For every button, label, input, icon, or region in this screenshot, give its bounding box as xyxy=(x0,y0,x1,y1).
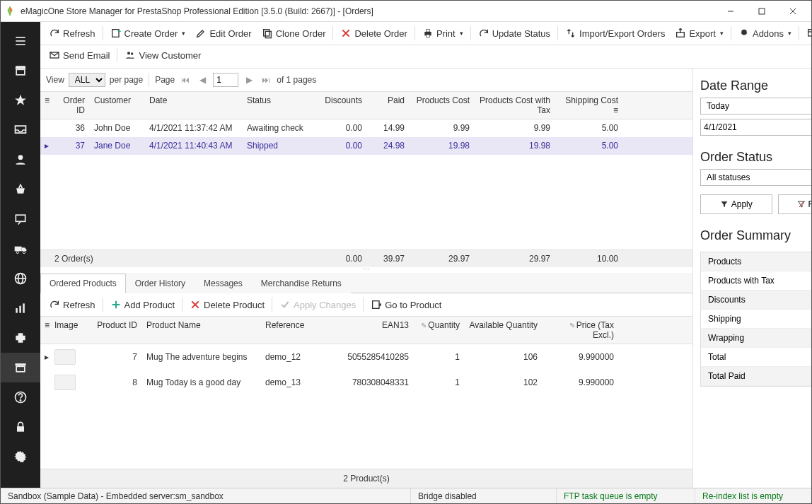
addons-button[interactable]: Addons▾ xyxy=(734,25,796,42)
close-button[interactable] xyxy=(777,1,808,21)
pcell-name: Mug Today is a good day xyxy=(142,374,261,391)
page-number-input[interactable] xyxy=(213,73,238,87)
product-row[interactable]: 8 Mug Today is a good day demo_13 780308… xyxy=(40,370,692,395)
tab-messages[interactable]: Messages xyxy=(195,274,252,293)
sidebar-truck-icon[interactable] xyxy=(1,234,40,264)
refresh-button[interactable]: Refresh xyxy=(45,25,100,42)
pcell-price[interactable]: 9.990000 xyxy=(543,348,619,365)
sidebar-chat-icon[interactable] xyxy=(1,204,40,234)
col-products-cost-tax[interactable]: Products Cost with Tax xyxy=(475,92,555,119)
col-date[interactable]: Date xyxy=(145,92,243,119)
sidebar-inbox-icon[interactable] xyxy=(1,115,40,145)
footer-products-cost: 29.97 xyxy=(410,250,475,267)
maximize-button[interactable] xyxy=(746,1,777,21)
product-row[interactable]: ▸ 7 Mug The adventure begins demo_12 505… xyxy=(40,344,692,370)
sidebar-user-icon[interactable] xyxy=(1,145,40,175)
first-page-icon[interactable]: ⏮ xyxy=(179,75,192,85)
sidebar-globe-icon[interactable] xyxy=(1,264,40,293)
print-button[interactable]: Print▾ xyxy=(418,25,468,42)
svg-rect-18 xyxy=(23,303,25,312)
apply-filter-button[interactable]: Apply xyxy=(700,194,772,214)
view-customer-button[interactable]: View Customer xyxy=(120,47,205,64)
splitter[interactable]: ⋯ xyxy=(40,267,692,273)
export-label: Export xyxy=(689,28,716,39)
add-product-button[interactable]: Add Product xyxy=(106,296,180,313)
date-from-input[interactable] xyxy=(700,119,812,136)
import-export-button[interactable]: Import/Export Orders xyxy=(561,25,669,42)
pcol-name[interactable]: Product Name xyxy=(142,317,261,344)
view-button[interactable]: View▾ xyxy=(802,25,812,42)
clone-order-button[interactable]: Clone Order xyxy=(257,25,330,42)
tab-ordered-products[interactable]: Ordered Products xyxy=(40,274,126,293)
col-status[interactable]: Status xyxy=(243,92,320,119)
update-status-button[interactable]: Update Status xyxy=(474,25,555,42)
delete-order-button[interactable]: Delete Order xyxy=(336,25,411,42)
footer-discounts: 0.00 xyxy=(320,250,367,267)
sidebar-basket-icon[interactable] xyxy=(1,175,40,204)
pcol-image[interactable]: Image xyxy=(50,317,87,344)
sidebar-puzzle-icon[interactable] xyxy=(1,323,40,353)
products-toolbar: Refresh Add Product Delete Product Apply… xyxy=(40,293,692,317)
edit-order-button[interactable]: Edit Order xyxy=(191,25,255,42)
page-size-select[interactable]: ALL xyxy=(69,73,105,87)
products-refresh-label: Refresh xyxy=(63,300,95,310)
minimize-button[interactable] xyxy=(715,1,746,21)
sidebar-chart-icon[interactable] xyxy=(1,293,40,323)
col-products-cost[interactable]: Products Cost xyxy=(410,92,475,119)
pcol-aqty[interactable]: Available Quantity xyxy=(465,317,543,344)
prev-page-icon[interactable]: ◀ xyxy=(196,75,209,85)
pcell-qty[interactable]: 1 xyxy=(414,348,465,365)
pcol-ref[interactable]: Reference xyxy=(261,317,330,344)
summary-row-shipping: Shipping5.00 xyxy=(701,310,812,329)
sidebar-help-icon[interactable] xyxy=(1,382,40,412)
status-reindex: Re-index list is empty xyxy=(695,488,811,503)
tab-order-history[interactable]: Order History xyxy=(126,274,195,293)
pcell-qty[interactable]: 1 xyxy=(414,374,465,391)
pager-page-label: Page xyxy=(155,75,175,85)
svg-point-41 xyxy=(131,52,133,54)
tab-returns[interactable]: Merchandise Returns xyxy=(252,274,351,293)
reset-filter-button[interactable]: Reset xyxy=(778,194,812,214)
col-expand[interactable]: ≡ xyxy=(40,92,50,119)
pcol-ean[interactable]: EAN13 xyxy=(330,317,414,344)
col-paid[interactable]: Paid xyxy=(367,92,410,119)
pcol-expand[interactable]: ≡ xyxy=(40,317,50,344)
products-refresh-button[interactable]: Refresh xyxy=(45,296,100,313)
last-page-icon[interactable]: ⏭ xyxy=(260,75,272,85)
goto-product-button[interactable]: Go to Product xyxy=(366,296,446,313)
svg-rect-28 xyxy=(263,30,269,36)
create-order-button[interactable]: Create Order▾ xyxy=(106,25,190,42)
pcell-ean: 5055285410285 xyxy=(330,348,414,365)
sidebar-menu-icon[interactable] xyxy=(1,26,40,56)
pager-of-label: of 1 pages xyxy=(277,75,316,85)
sidebar-star-icon[interactable] xyxy=(1,86,40,115)
delete-product-button[interactable]: Delete Product xyxy=(185,296,269,313)
status-bridge: Bridge disabled xyxy=(411,488,557,503)
pcell-ref: demo_12 xyxy=(261,348,330,365)
apply-changes-button[interactable]: Apply Changes xyxy=(275,296,360,313)
export-button[interactable]: Export▾ xyxy=(671,25,728,42)
col-order-id[interactable]: Order ID xyxy=(50,92,90,119)
sidebar-lock-icon[interactable] xyxy=(1,412,40,442)
col-shipping-cost[interactable]: Shipping Cost ≡ xyxy=(555,92,623,119)
pcol-price[interactable]: ✎Price (Tax Excl.) xyxy=(543,317,619,344)
order-status-select[interactable]: All statuses xyxy=(700,169,812,186)
col-discounts[interactable]: Discounts xyxy=(320,92,367,119)
sidebar-archive-icon[interactable] xyxy=(1,353,40,382)
import-export-label: Import/Export Orders xyxy=(579,28,665,39)
send-email-button[interactable]: Send Email xyxy=(45,47,114,64)
next-page-icon[interactable]: ▶ xyxy=(243,75,255,85)
sidebar-store-icon[interactable] xyxy=(1,56,40,86)
col-customer[interactable]: Customer xyxy=(90,92,145,119)
pcell-price[interactable]: 9.990000 xyxy=(543,374,619,391)
apply-changes-label: Apply Changes xyxy=(294,300,356,310)
summary-row-total: Total24.98 xyxy=(701,348,812,367)
sidebar-gear-icon[interactable] xyxy=(1,442,40,471)
date-range-preset-select[interactable]: Today xyxy=(700,98,812,115)
svg-line-47 xyxy=(799,201,804,207)
order-row[interactable]: ▸ 37 Jane Doe 4/1/2021 11:40:43 AM Shipp… xyxy=(40,137,692,155)
svg-point-22 xyxy=(20,400,21,401)
order-row[interactable]: 36 John Doe 4/1/2021 11:37:42 AM Awaitin… xyxy=(40,119,692,137)
pcol-qty[interactable]: ✎Quantity xyxy=(414,317,465,344)
pcol-pid[interactable]: Product ID xyxy=(87,317,142,344)
